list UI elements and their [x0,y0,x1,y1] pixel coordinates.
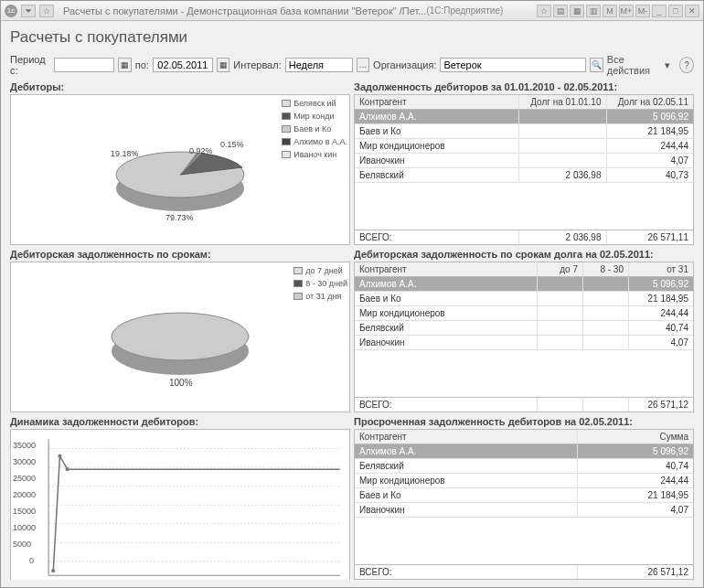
all-actions-menu[interactable]: Все действия ▾ [607,54,670,76]
app-icon: 1c [5,5,17,17]
app-window: 1c ⏷ ☆ Расчеты с покупателями - Демонстр… [0,0,704,588]
debtors-pie-chart: 0.15% 0.92% 19.18% 79.73% Белявск ий Мир… [10,94,350,245]
panel-debtors-pie: Дебиторы: 0.15% 0.92% 19.18% 79.73% [10,81,350,245]
panel-by-term-pie: Дебиторская задолженность по срокам: 100… [10,249,350,412]
star-icon[interactable]: ☆ [39,5,54,17]
table-row[interactable]: Мир кондиционеров244,44 [355,306,693,321]
date-from-input[interactable] [54,58,114,72]
calendar-icon[interactable]: ▦ [118,58,131,72]
col-header: от 31 [629,262,693,276]
table-row[interactable]: Баев и Ко21 184,95 [355,124,693,139]
total-row: ВСЕГО:26 571,12 [355,564,693,579]
col-header: Долг на 02.05.11 [607,95,694,109]
table-row[interactable]: Белявский40,74 [355,321,693,336]
svg-text:79.73%: 79.73% [165,213,194,222]
interval-label: Интервал: [233,59,281,70]
interval-picker-button[interactable]: … [357,58,369,72]
interval-input[interactable] [285,58,353,72]
col-header: Долг на 01.01.10 [519,95,607,109]
dropdown-icon[interactable]: ⏷ [21,5,36,17]
mem-m[interactable]: M [603,5,617,17]
calc-icon[interactable]: ▦ [570,5,584,17]
panel-title: Дебиторская задолженность по срокам: [10,249,350,260]
table-row[interactable]: Алхимов А.А.5 096,92 [355,444,693,459]
date-to-input[interactable] [153,58,213,72]
doc-icon[interactable]: ▤ [553,5,568,17]
pie-legend: Белявск ий Мир конди Баев и Ко Алхимо в … [282,99,347,159]
col-header: Контрагент [355,262,538,276]
table-row[interactable]: Иваночкин4,07 [355,503,693,518]
table-row[interactable]: Баев и Ко21 184,95 [355,292,693,306]
svg-point-20 [66,467,69,471]
period-to-label: по: [135,59,149,70]
mem-mminus[interactable]: M- [635,5,650,17]
table-row[interactable]: Мир кондиционеров244,44 [355,474,693,488]
table-row[interactable]: Мир кондиционеров244,44 [355,139,693,154]
panel-title: Задолженность дебиторов за 01.01.2010 - … [354,81,694,92]
svg-text:0.92%: 0.92% [189,146,213,155]
svg-text:100%: 100% [169,378,193,388]
help-button[interactable]: ? [679,57,694,73]
panel-title: Дебиторы: [10,81,350,92]
overdue-table[interactable]: Контрагент Сумма Алхимов А.А.5 096,92 Бе… [354,429,694,580]
table-row[interactable]: Белявский40,74 [355,459,693,474]
svg-point-19 [58,454,61,458]
svg-text:0.15%: 0.15% [220,140,244,149]
titlebar: 1c ⏷ ☆ Расчеты с покупателями - Демонстр… [1,1,703,21]
table-row[interactable]: Белявский2 036,9840,73 [355,168,693,183]
table-row[interactable]: Алхимов А.А.5 096,92 [355,277,693,292]
table-row[interactable]: Баев и Ко21 184,95 [355,488,693,503]
content-area: Расчеты с покупателями Период с: ▦ по: ▦… [1,21,703,587]
org-input[interactable] [440,58,586,72]
by-term-pie-chart: 100% до 7 дней 8 - 30 дней от 31 дня [10,262,350,412]
calendar-icon[interactable]: ▦ [217,58,229,72]
svg-point-18 [51,569,55,572]
page-title: Расчеты с покупателями [10,28,694,47]
panel-title: Просроченная задолженность дебиторов на … [354,416,694,427]
app-tag: (1С:Предприятие) [426,5,503,16]
period-from-label: Период с: [10,54,50,76]
col-header: Контрагент [355,430,578,444]
filter-bar: Период с: ▦ по: ▦ Интервал: … Организаци… [10,54,694,76]
table-icon[interactable]: ▥ [586,5,601,17]
panels-grid: Дебиторы: 0.15% 0.92% 19.18% 79.73% [10,81,694,580]
close-button[interactable]: ✕ [685,5,699,17]
fav-icon[interactable]: ☆ [537,5,551,17]
panel-by-term-table: Дебиторская задолженность по срокам долг… [354,249,694,412]
panel-trend: Динамика задолженности дебиторов: [10,416,350,580]
panel-title: Динамика задолженности дебиторов: [10,416,350,427]
pie-legend: до 7 дней 8 - 30 дней от 31 дня [293,266,347,301]
svg-text:19.18%: 19.18% [111,149,139,158]
svg-point-7 [112,313,249,360]
table-row[interactable]: Алхимов А.А.5 096,92 [355,110,693,124]
col-header: Сумма [578,430,693,444]
total-row: ВСЕГО:2 036,9826 571,11 [355,230,693,244]
col-header: до 7 [538,262,583,276]
panel-debt-summary: Задолженность дебиторов за 01.01.2010 - … [354,81,694,245]
org-label: Организация: [373,59,436,70]
col-header: 8 - 30 [583,262,629,276]
by-term-table[interactable]: Контрагент до 7 8 - 30 от 31 Алхимов А.А… [354,262,694,412]
table-row[interactable]: Иваночкин4,07 [355,154,693,168]
trend-line-chart: 35000 30000 25000 20000 15000 10000 5000… [10,429,350,580]
table-row[interactable]: Иваночкин4,07 [355,336,693,350]
panel-title: Дебиторская задолженность по срокам долг… [354,249,694,260]
panel-overdue: Просроченная задолженность дебиторов на … [354,416,694,580]
total-row: ВСЕГО:26 571,12 [355,397,693,412]
search-icon[interactable]: 🔍 [590,58,603,72]
maximize-button[interactable]: □ [668,5,683,17]
col-header: Контрагент [355,95,519,109]
debt-summary-table[interactable]: Контрагент Долг на 01.01.10 Долг на 02.0… [354,94,694,245]
minimize-button[interactable]: _ [652,5,667,17]
mem-mplus[interactable]: M+ [619,5,634,17]
window-title: Расчеты с покупателями - Демонстрационна… [63,5,426,16]
